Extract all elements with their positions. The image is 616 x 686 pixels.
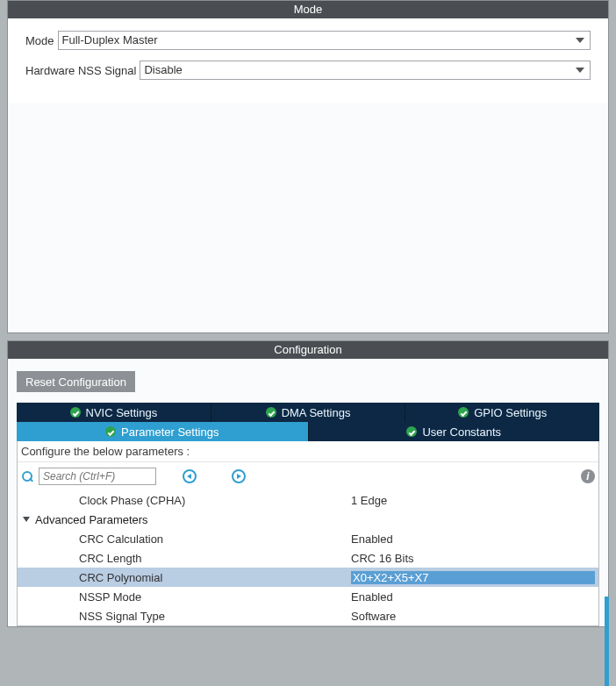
mode-label: Mode bbox=[25, 34, 54, 47]
parameter-table: Clock Phase (CPHA) 1 Edge Advanced Param… bbox=[18, 490, 598, 625]
param-value: Software bbox=[351, 610, 598, 623]
tab-row-2: Parameter Settings User Constants bbox=[17, 422, 599, 441]
search-icon bbox=[21, 470, 33, 482]
param-value: 1 Edge bbox=[351, 494, 598, 507]
tab-label: DMA Settings bbox=[282, 406, 351, 419]
param-value: Enabled bbox=[351, 590, 598, 604]
search-prev-button[interactable] bbox=[183, 469, 197, 483]
nss-select[interactable]: Disable bbox=[140, 61, 591, 80]
check-icon bbox=[105, 426, 116, 437]
mode-panel: Mode Mode Full-Duplex Master Hardware NS… bbox=[7, 0, 609, 333]
mode-select[interactable]: Full-Duplex Master bbox=[58, 31, 591, 50]
param-value: CRC 16 Bits bbox=[351, 552, 598, 565]
scrollbar-thumb[interactable] bbox=[605, 597, 609, 686]
param-name: CRC Length bbox=[79, 552, 351, 565]
search-next-button[interactable] bbox=[232, 469, 246, 483]
tab-label: GPIO Settings bbox=[474, 406, 547, 419]
tab-label: User Constants bbox=[422, 425, 501, 439]
tab-label: NVIC Settings bbox=[86, 406, 158, 419]
mode-select-value: Full-Duplex Master bbox=[62, 33, 158, 46]
param-name: NSS Signal Type bbox=[79, 610, 351, 623]
param-group-advanced[interactable]: Advanced Parameters bbox=[18, 510, 598, 529]
configuration-body: Reset Configuration NVIC Settings DMA Se… bbox=[8, 359, 608, 626]
param-row-clock-phase[interactable]: Clock Phase (CPHA) 1 Edge bbox=[18, 490, 598, 510]
search-input[interactable] bbox=[39, 468, 156, 485]
param-name: CRC Calculation bbox=[79, 532, 351, 546]
parameters-instruction: Configure the below parameters : bbox=[18, 441, 598, 462]
tab-user-constants[interactable]: User Constants bbox=[309, 422, 600, 441]
chevron-down-icon bbox=[23, 517, 30, 522]
info-icon[interactable]: i bbox=[581, 469, 595, 483]
param-row-nssp-mode[interactable]: NSSP Mode Enabled bbox=[18, 587, 598, 606]
tab-nvic-settings[interactable]: NVIC Settings bbox=[17, 403, 211, 422]
param-row-nss-signal-type[interactable]: NSS Signal Type Software bbox=[18, 606, 598, 625]
mode-header: Mode bbox=[8, 1, 608, 18]
mode-content: Mode Full-Duplex Master Hardware NSS Sig… bbox=[8, 18, 608, 103]
tab-container: NVIC Settings DMA Settings GPIO Settings… bbox=[17, 403, 599, 441]
reset-configuration-button[interactable]: Reset Configuration bbox=[17, 371, 135, 392]
nss-label: Hardware NSS Signal bbox=[25, 64, 136, 77]
mode-field-row: Mode Full-Duplex Master bbox=[25, 31, 591, 50]
configuration-panel: Configuration Reset Configuration NVIC S… bbox=[7, 340, 609, 627]
param-row-crc-calculation[interactable]: CRC Calculation Enabled bbox=[18, 529, 598, 548]
param-row-crc-polynomial[interactable]: CRC Polynomial X0+X2+X5+X7 bbox=[18, 568, 598, 587]
nss-field-row: Hardware NSS Signal Disable bbox=[25, 61, 591, 80]
param-name: Clock Phase (CPHA) bbox=[79, 494, 351, 507]
param-group-label: Advanced Parameters bbox=[35, 513, 148, 526]
tab-row-1: NVIC Settings DMA Settings GPIO Settings bbox=[17, 403, 599, 422]
configuration-header: Configuration bbox=[8, 341, 608, 359]
check-icon bbox=[70, 407, 81, 418]
tab-gpio-settings[interactable]: GPIO Settings bbox=[405, 403, 599, 422]
param-value[interactable]: X0+X2+X5+X7 bbox=[351, 571, 595, 584]
param-row-crc-length[interactable]: CRC Length CRC 16 Bits bbox=[18, 548, 598, 568]
nss-select-value: Disable bbox=[144, 63, 182, 76]
search-row: i bbox=[18, 462, 598, 490]
tab-dma-settings[interactable]: DMA Settings bbox=[211, 403, 406, 422]
tab-parameter-settings[interactable]: Parameter Settings bbox=[17, 422, 309, 441]
param-value: Enabled bbox=[351, 532, 598, 546]
check-icon bbox=[406, 426, 417, 437]
check-icon bbox=[458, 407, 469, 418]
param-name: NSSP Mode bbox=[79, 590, 351, 604]
param-name: CRC Polynomial bbox=[79, 571, 351, 584]
parameters-area: Configure the below parameters : i Clock… bbox=[17, 441, 599, 626]
check-icon bbox=[266, 407, 276, 418]
tab-label: Parameter Settings bbox=[121, 425, 218, 439]
